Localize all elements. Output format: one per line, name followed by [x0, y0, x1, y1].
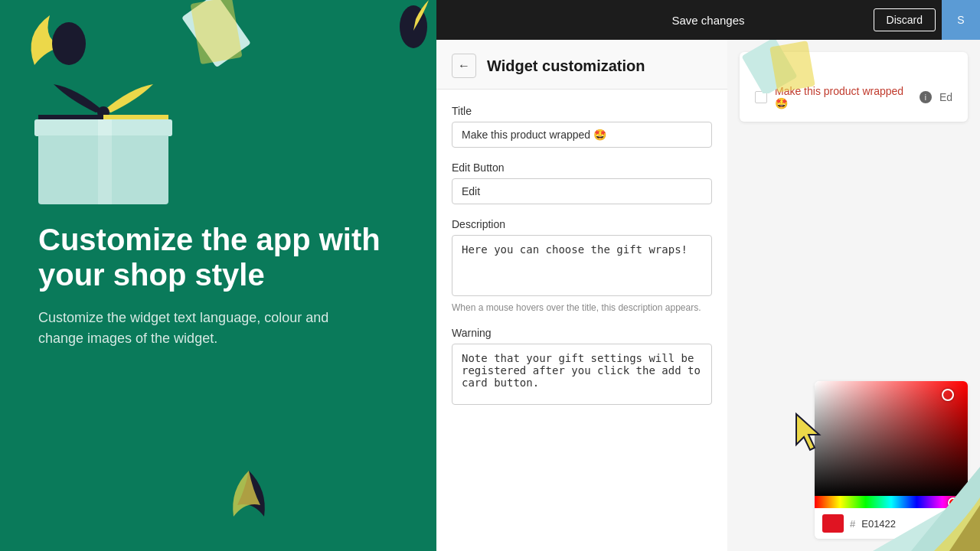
cursor-decoration: [789, 410, 835, 459]
warning-field-group: Warning Note that your gift settings wil…: [452, 327, 712, 405]
description-textarea[interactable]: Here you can choose the gift wraps!: [452, 235, 712, 296]
preview-info-icon: i: [920, 91, 932, 103]
main-subtext: Customize the widget text language, colo…: [38, 308, 375, 349]
deco-right-top-shapes: [735, 40, 827, 93]
edit-button-input[interactable]: [452, 178, 712, 204]
title-label: Title: [452, 105, 712, 117]
description-label: Description: [452, 218, 712, 230]
save-button[interactable]: S: [942, 0, 980, 40]
form-body: Title Edit Button Description Here you c…: [436, 90, 727, 420]
widget-title: Widget customization: [487, 57, 645, 75]
gift-box-illustration: [38, 92, 398, 199]
description-hint: When a mouse hovers over the title, this…: [452, 302, 712, 313]
deco-bottom-right: [812, 444, 980, 551]
svg-rect-6: [769, 41, 815, 93]
back-arrow-icon: ←: [458, 59, 470, 73]
main-heading: Customize the app with your shop style: [38, 222, 398, 292]
edit-button-field-group: Edit Button: [452, 161, 712, 204]
back-button[interactable]: ←: [452, 54, 476, 78]
edit-button-label: Edit Button: [452, 161, 712, 174]
left-panel: Customize the app with your shop style C…: [0, 0, 436, 551]
widget-header: ← Widget customization: [436, 40, 727, 90]
preview-edit-text: Ed: [939, 91, 952, 103]
widget-panel: ← Widget customization Title Edit Button: [436, 40, 727, 551]
right-panel: Save changes Discard S ← Widget customiz…: [436, 0, 980, 551]
description-field-group: Description Here you can choose the gift…: [452, 218, 712, 313]
color-gradient-cursor: [942, 389, 954, 401]
discard-button[interactable]: Discard: [874, 8, 936, 31]
title-input[interactable]: [452, 122, 712, 148]
warning-textarea[interactable]: Note that your gift settings will be reg…: [452, 344, 712, 405]
top-bar-title: Save changes: [671, 14, 744, 27]
top-bar: Save changes Discard S: [436, 0, 980, 40]
top-bar-actions: Discard S: [874, 0, 980, 40]
cursor-icon: [789, 410, 835, 456]
warning-label: Warning: [452, 327, 712, 339]
title-field-group: Title: [452, 105, 712, 148]
